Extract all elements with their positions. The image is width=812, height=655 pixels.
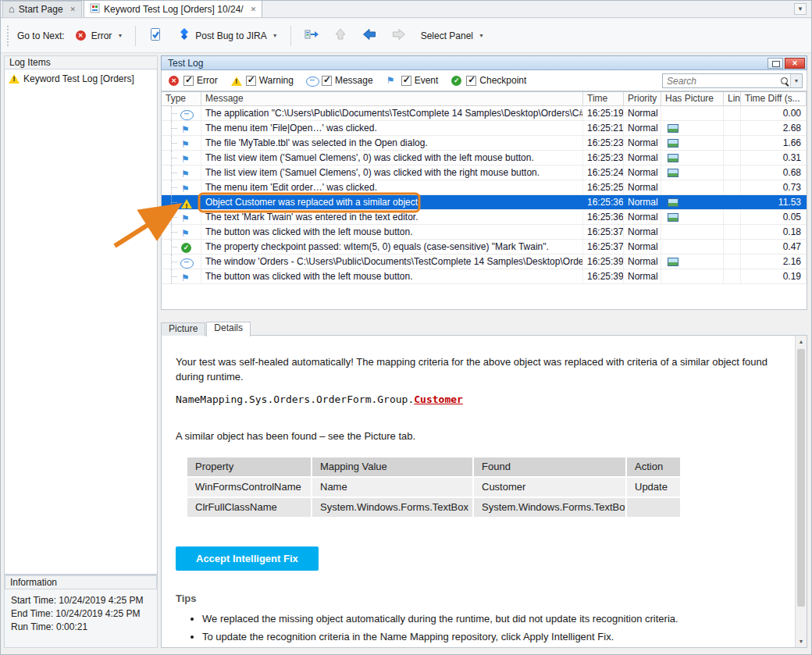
log-row[interactable]: The menu item 'Edit order…' was clicked.… (162, 180, 807, 195)
scroll-up-icon[interactable]: ▲ (796, 336, 807, 347)
log-row[interactable]: The button was clicked with the left mou… (162, 269, 807, 284)
message-checkbox[interactable] (322, 76, 332, 86)
column-header[interactable]: Time (583, 92, 624, 105)
back-button[interactable] (356, 23, 383, 48)
process-arrows-button[interactable] (298, 23, 325, 48)
checkpoint-checkbox[interactable] (466, 76, 476, 86)
filter-label: Event (415, 75, 439, 86)
test-log-icon (90, 3, 100, 16)
details-content: Your test was self-healed automatically!… (162, 336, 795, 647)
end-time-text: End Time: 10/24/2019 4:25 PM (11, 607, 151, 621)
search-icon[interactable] (779, 76, 790, 87)
tree-item-keyword-test-log[interactable]: Keyword Test Log [Orders] (6, 72, 155, 85)
log-message: The list view item ('Samuel Clemens', 0)… (201, 151, 583, 165)
picture-icon[interactable] (668, 198, 678, 207)
filter-event[interactable]: Event (386, 75, 439, 87)
filter-label: Message (335, 75, 373, 86)
filter-message[interactable]: Message (306, 75, 373, 87)
mapping-cell: Customer (474, 478, 627, 498)
picture-icon[interactable] (668, 213, 678, 222)
go-to-next-error-dropdown[interactable]: Error ▼ (69, 26, 129, 45)
details-tab-picture[interactable]: Picture (161, 322, 205, 336)
log-message: The text 'Mark Twain' was entered in the… (201, 210, 583, 224)
scrollbar-thumb[interactable] (797, 349, 805, 607)
toolbar-separator (290, 26, 291, 46)
float-panel-button[interactable] (767, 58, 783, 69)
tab-label: Start Page (19, 4, 63, 15)
accept-intelligent-fix-button[interactable]: Accept Intelligent Fix (176, 546, 319, 571)
forward-button[interactable] (386, 23, 412, 48)
log-message: The menu item 'File|Open…' was clicked. (201, 121, 583, 135)
log-row[interactable]: Object Customer was replaced with a simi… (162, 195, 807, 210)
tips-list: We replaced the missing object automatic… (176, 612, 775, 647)
log-link (724, 180, 741, 194)
select-panel-dropdown[interactable]: Select Panel ▼ (415, 27, 490, 45)
document-check-button[interactable] (143, 23, 169, 48)
column-header[interactable]: Time Diff (s... (741, 92, 807, 105)
picture-icon[interactable] (668, 258, 678, 266)
log-row[interactable]: The application "C:\Users\Public\Documen… (162, 106, 807, 121)
log-message: The file 'MyTable.tbl' was selected in t… (201, 136, 583, 150)
right-arrow-icon (391, 27, 407, 44)
event-checkbox[interactable] (401, 76, 411, 86)
picture-icon[interactable] (668, 154, 678, 162)
details-scrollbar[interactable]: ▲ ▼ (795, 336, 807, 647)
search-box: ▼ (662, 73, 803, 88)
log-row[interactable]: The file 'MyTable.tbl' was selected in t… (162, 136, 807, 151)
close-tab-icon[interactable]: ✕ (70, 5, 77, 13)
picture-icon[interactable] (668, 124, 678, 133)
column-header[interactable]: Message (201, 92, 583, 105)
column-header[interactable]: Priority (624, 92, 661, 105)
log-table-body: The application "C:\Users\Public\Documen… (162, 106, 807, 284)
close-tab-icon[interactable]: ✕ (251, 5, 257, 13)
filter-warning[interactable]: Warning (230, 75, 294, 87)
picture-icon[interactable] (668, 169, 678, 177)
event-icon (180, 153, 193, 165)
filter-checkpoint[interactable]: Checkpoint (451, 75, 526, 87)
log-row[interactable]: The button was clicked with the left mou… (162, 225, 807, 240)
scroll-down-icon[interactable]: ▼ (796, 635, 807, 647)
log-row[interactable]: The text 'Mark Twain' was entered in the… (162, 210, 807, 225)
error-checkbox[interactable] (183, 76, 194, 86)
log-link (724, 195, 741, 209)
column-header[interactable]: Has Picture (661, 92, 724, 105)
log-time: 16:25:23 (583, 151, 624, 165)
post-bug-to-jira-button[interactable]: Post Bug to JIRA ▼ (172, 23, 283, 48)
details-tabbar: PictureDetails (161, 321, 251, 336)
search-dropdown[interactable]: ▼ (790, 74, 802, 87)
tips-title: Tips (176, 593, 775, 604)
filter-error[interactable]: Error (168, 75, 218, 87)
log-row[interactable]: The list view item ('Samuel Clemens', 0)… (162, 166, 807, 180)
search-input[interactable] (663, 76, 779, 87)
log-has-picture (661, 121, 724, 135)
log-row[interactable]: The property checkpoint passed: wItem(5,… (162, 240, 807, 255)
mapping-cell: System.Windows.Forms.TextBox (312, 498, 474, 518)
filter-toggles: ErrorWarningMessageEventCheckpoint ▼ (161, 70, 807, 91)
go-to-parent-button[interactable] (328, 23, 353, 48)
log-has-picture (661, 240, 724, 254)
picture-icon[interactable] (668, 139, 678, 148)
tab-keyword-test-log[interactable]: Keyword Test Log [Orders] 10/24/ ✕ (84, 0, 262, 17)
column-header[interactable]: Link (724, 92, 741, 105)
log-link (724, 106, 741, 120)
log-priority: Normal (624, 106, 661, 120)
log-row[interactable]: The window 'Orders - C:\Users\Public\Doc… (162, 255, 807, 269)
warning-icon (230, 75, 243, 87)
details-tab-details[interactable]: Details (206, 322, 251, 336)
log-row[interactable]: The list view item ('Samuel Clemens', 0)… (162, 151, 807, 166)
log-row[interactable]: The menu item 'File|Open…' was clicked.1… (162, 121, 807, 136)
left-arrow-icon (361, 27, 377, 44)
warning-checkbox[interactable] (246, 76, 256, 86)
tree-item-label: Keyword Test Log [Orders] (23, 73, 134, 84)
log-has-picture (661, 195, 724, 209)
details-panel: Your test was self-healed automatically!… (161, 335, 807, 648)
log-message: The property checkpoint passed: wItem(5,… (201, 240, 583, 254)
tab-list-dropdown[interactable]: ▼ (794, 3, 807, 15)
log-priority: Normal (624, 269, 661, 283)
tab-start-page[interactable]: ⌂ Start Page ✕ (2, 1, 82, 17)
close-panel-button[interactable]: ✕ (785, 58, 805, 69)
column-header[interactable]: Type (162, 92, 201, 105)
document-tabbar: ⌂ Start Page ✕ Keyword Test Log [Orders]… (1, 1, 811, 18)
message-icon (306, 75, 319, 87)
error-icon (168, 75, 180, 87)
